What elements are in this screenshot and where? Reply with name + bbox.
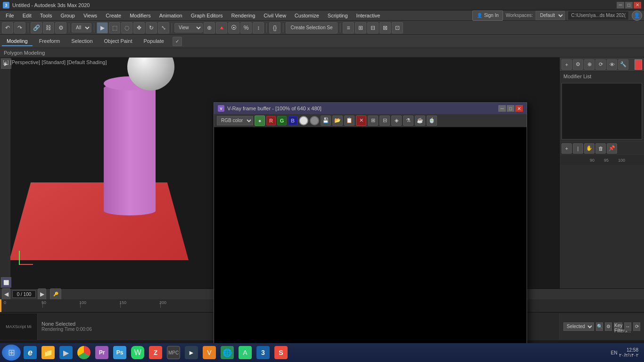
taskbar-3dsmax[interactable]: 3 bbox=[255, 345, 272, 361]
menu-animation[interactable]: Animation bbox=[156, 12, 186, 19]
menu-rendering[interactable]: Rendering bbox=[228, 12, 259, 19]
menu-group[interactable]: Group bbox=[57, 12, 79, 19]
search-button[interactable]: 🔍 bbox=[596, 322, 603, 331]
vray-copy-button[interactable]: 📋 bbox=[344, 115, 355, 126]
taskbar-premiere[interactable]: Pr bbox=[93, 345, 110, 361]
rotate-button[interactable]: ↻ bbox=[146, 22, 157, 33]
vray-btn1[interactable]: ⊞ bbox=[368, 115, 378, 126]
cube-view-button[interactable]: ⬜ bbox=[1, 277, 11, 288]
taskbar-chrome[interactable] bbox=[75, 345, 92, 361]
undo-button[interactable]: ↶ bbox=[2, 22, 13, 33]
tab-freeform[interactable]: Freeform bbox=[34, 37, 65, 46]
vray-maximize[interactable]: □ bbox=[507, 105, 514, 112]
frame-counter[interactable] bbox=[12, 290, 36, 298]
vray-channel-select[interactable]: RGB color bbox=[217, 116, 253, 125]
menu-create[interactable]: Create bbox=[102, 12, 125, 19]
tab-object-paint[interactable]: Object Paint bbox=[99, 37, 137, 46]
menu-interactive[interactable]: Interactive bbox=[353, 12, 384, 19]
key-filter-btn[interactable]: 🔑 bbox=[50, 288, 61, 300]
scale-button[interactable]: ⤡ bbox=[158, 22, 169, 33]
menu-customize[interactable]: Customize bbox=[291, 12, 323, 19]
taskbar-explorer[interactable]: 📁 bbox=[40, 345, 57, 361]
taskbar-vectr[interactable]: V bbox=[201, 345, 218, 361]
pivot-button[interactable]: ⊕ bbox=[204, 22, 215, 33]
vray-btn4[interactable]: ⚗ bbox=[403, 115, 413, 126]
vray-close[interactable]: ✕ bbox=[515, 105, 523, 112]
prev-frame-button[interactable]: ◀ bbox=[2, 288, 10, 300]
vray-clear-button[interactable]: ✕ bbox=[356, 115, 366, 126]
mod-hand[interactable]: ✋ bbox=[584, 143, 594, 154]
channel-g-button[interactable]: G bbox=[277, 116, 287, 125]
spinner-snap[interactable]: ↕ bbox=[253, 22, 264, 33]
vray-title-bar[interactable]: V V-Ray frame buffer - [100% of 640 x 48… bbox=[214, 103, 527, 114]
menu-scripting[interactable]: Scripting bbox=[324, 12, 352, 19]
hierarchy-tab[interactable]: ⊕ bbox=[584, 59, 594, 70]
taskbar-game[interactable]: ► bbox=[183, 345, 200, 361]
close-button[interactable]: ✕ bbox=[634, 2, 641, 8]
schematic-view[interactable]: {} bbox=[269, 22, 281, 33]
start-button[interactable]: ⊞ bbox=[2, 345, 21, 361]
channel-r-button[interactable]: R bbox=[266, 116, 276, 125]
layer-btn5[interactable]: ⊡ bbox=[392, 22, 403, 33]
taskbar-photoshop[interactable]: Ps bbox=[111, 345, 128, 361]
tab-selection[interactable]: Selection bbox=[66, 37, 97, 46]
view-select[interactable]: View bbox=[174, 23, 203, 33]
select-lasso-button[interactable]: ◌ bbox=[121, 22, 132, 33]
taskbar-smadav[interactable]: S bbox=[272, 345, 289, 361]
mod-trash[interactable]: 🗑 bbox=[595, 143, 606, 154]
display-tab[interactable]: 👁 bbox=[607, 59, 617, 70]
animate-tool[interactable]: ⟳ bbox=[633, 322, 640, 331]
color-swatch[interactable] bbox=[635, 59, 642, 70]
modify-tab[interactable]: ⚙ bbox=[573, 59, 583, 70]
workspace-dropdown[interactable]: Default bbox=[536, 11, 565, 20]
motion-tab[interactable]: ⟳ bbox=[595, 59, 606, 70]
channel-b-button[interactable]: B bbox=[288, 116, 297, 125]
vray-open-button[interactable]: 📂 bbox=[332, 115, 343, 126]
vray-btn3[interactable]: ◈ bbox=[391, 115, 402, 126]
tab-modeling[interactable]: Modeling bbox=[2, 37, 33, 46]
taskbar-browser[interactable]: 🌐 bbox=[219, 345, 236, 361]
vray-btn2[interactable]: ⊟ bbox=[380, 115, 390, 126]
user-avatar[interactable]: 👤 bbox=[632, 10, 642, 21]
bind-button[interactable]: ⚙ bbox=[55, 22, 66, 33]
move-button[interactable]: ✥ bbox=[133, 22, 145, 33]
menu-views[interactable]: Views bbox=[80, 12, 101, 19]
mod-pipe[interactable]: | bbox=[573, 143, 583, 154]
taskbar-whatsapp[interactable]: W bbox=[129, 345, 146, 361]
move-tool[interactable]: ↔ bbox=[624, 322, 631, 331]
create-selection[interactable]: Create Selection Se bbox=[286, 22, 338, 33]
menu-graph-editors[interactable]: Graph Editors bbox=[187, 12, 227, 19]
maximize-button[interactable]: □ bbox=[625, 2, 633, 8]
menu-tools[interactable]: Tools bbox=[36, 12, 56, 19]
taskbar-archive[interactable]: Z bbox=[147, 345, 164, 361]
mod-add[interactable]: + bbox=[561, 143, 572, 154]
next-frame-button[interactable]: ▶ bbox=[38, 288, 46, 300]
layer-btn4[interactable]: ⊠ bbox=[380, 22, 391, 33]
taskbar-mpc[interactable]: MPC bbox=[165, 345, 182, 361]
taskbar-mediaplayer[interactable]: ▶ bbox=[58, 345, 74, 361]
gray-circle-button[interactable] bbox=[310, 116, 319, 125]
vray-save-button[interactable]: 💾 bbox=[321, 115, 331, 126]
select-button[interactable]: ▶ bbox=[97, 22, 108, 33]
vray-btn5[interactable]: ☕ bbox=[415, 115, 425, 126]
layer-btn3[interactable]: ⊟ bbox=[367, 22, 379, 33]
keyfilters-button[interactable]: Key Filters... bbox=[614, 322, 622, 331]
filter-button[interactable]: ⚙ bbox=[605, 322, 612, 331]
create-tab[interactable]: + bbox=[561, 59, 572, 70]
snap-toggle[interactable]: 🔺 bbox=[216, 22, 227, 33]
vray-minimize[interactable]: ─ bbox=[498, 105, 506, 112]
tab-settings[interactable]: ✓ bbox=[173, 37, 182, 46]
taskbar-app1[interactable]: A bbox=[237, 345, 254, 361]
unlink-button[interactable]: ⛓ bbox=[43, 22, 54, 33]
layer-manager[interactable]: ≡ bbox=[343, 22, 354, 33]
sign-in-button[interactable]: 👤 Sign In bbox=[472, 10, 503, 21]
vray-btn6[interactable]: 🍵 bbox=[427, 115, 437, 126]
utilities-tab[interactable]: 🔧 bbox=[618, 59, 628, 70]
menu-modifiers[interactable]: Modifiers bbox=[126, 12, 155, 19]
filter-select[interactable]: All bbox=[72, 23, 91, 33]
link-button[interactable]: 🔗 bbox=[31, 22, 42, 33]
menu-file[interactable]: File bbox=[2, 12, 18, 19]
menu-civil-view[interactable]: Civil View bbox=[260, 12, 289, 19]
taskbar-ie[interactable]: e bbox=[22, 345, 39, 361]
angle-snap[interactable]: ⦿ bbox=[228, 22, 239, 33]
